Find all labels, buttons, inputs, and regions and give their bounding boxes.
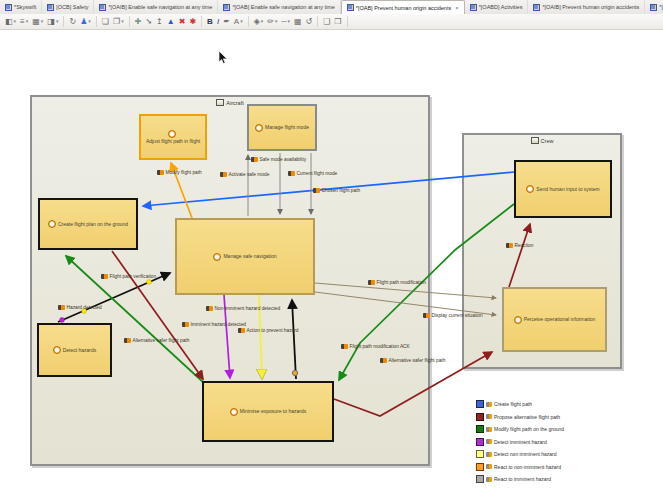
exchange-label-action-to-prevent-hazard[interactable]: Action to prevent hazard bbox=[238, 328, 299, 333]
legend-swatch-orange bbox=[476, 463, 484, 471]
activity-adjust-flight-path-in-flight[interactable]: Adjust flight path in flight bbox=[139, 114, 207, 160]
bold-icon[interactable]: B bbox=[205, 18, 215, 26]
reset-style-icon[interactable]: ↺ bbox=[303, 18, 314, 26]
tab-oebd-operational-entities[interactable]: *[OEBD] Operational Entities bbox=[645, 0, 663, 14]
activity-label: Perceive operational information bbox=[524, 316, 596, 322]
activity-send-human-input-to-system[interactable]: Send human input to system bbox=[514, 160, 612, 218]
exchange-icon bbox=[220, 172, 227, 177]
paste-appearance-icon[interactable]: ❐▾ bbox=[111, 18, 126, 26]
font-color-icon[interactable]: A▾ bbox=[232, 18, 245, 26]
delete-from-model-icon[interactable]: ✱ bbox=[187, 18, 198, 26]
exchange-icon bbox=[313, 188, 320, 193]
exchange-label-safe-mode-availability[interactable]: Safe mode availability bbox=[251, 157, 306, 162]
tab-ocb-safety[interactable]: [OCB] Safety bbox=[42, 0, 94, 14]
legend-item: Modify flight path on the ground bbox=[476, 423, 564, 436]
tab-oab-prevent-human-origin-accidents[interactable]: *[OAB] Prevent human origin accidents× bbox=[341, 0, 465, 14]
activity-manage-flight-mode[interactable]: Manage flight mode bbox=[247, 104, 317, 151]
tab-label: *[OEBD] Operational Entities bbox=[659, 4, 663, 10]
operational-process-icon bbox=[486, 402, 492, 407]
exchange-label-non-imminent-hazard-detected[interactable]: Non-imminent hazard detected bbox=[206, 306, 280, 311]
exchange-label-flight-path-modification-ack[interactable]: Flight path modification ACK bbox=[341, 344, 410, 349]
exchange-text: Non-imminent hazard detected bbox=[215, 306, 281, 311]
editor-tab-bar: *Skyswift [OCB] Safety *[OAIB] Enable sa… bbox=[0, 0, 663, 15]
diagram-icon bbox=[650, 4, 657, 11]
tab-oaib-prevent-human-origin-accidents[interactable]: *[OAIB] Prevent human origin accidents bbox=[528, 0, 645, 14]
selection-tool-icon[interactable]: ➘ bbox=[143, 18, 154, 26]
activity-label: Manage flight mode bbox=[265, 124, 309, 130]
legend-label: Detect imminent hazard bbox=[494, 439, 547, 445]
filters-menu-icon[interactable]: ◧▾ bbox=[3, 18, 18, 26]
exchange-label-reaction[interactable]: Reaction bbox=[506, 243, 533, 248]
exchange-text: Chosen flight path bbox=[322, 188, 361, 193]
legend-label: Detect non imminent hazard bbox=[494, 451, 557, 457]
operational-activity-icon bbox=[213, 253, 221, 261]
exchange-text: Current flight mode bbox=[297, 171, 338, 176]
tab-oab-enable-safe-navigation[interactable]: *[OAB] Enable safe navigation at any tim… bbox=[218, 0, 340, 14]
arrange-layout-icon[interactable]: ❒ bbox=[332, 18, 343, 26]
outline-menu-icon[interactable]: ◨▾ bbox=[45, 18, 60, 26]
exchange-label-display-current-situation[interactable]: Display current situation bbox=[423, 313, 483, 318]
diagram-icon bbox=[223, 4, 230, 11]
legend-item: Propose alternative flight path bbox=[476, 411, 564, 424]
select-mode-icon[interactable]: ❑ bbox=[321, 18, 332, 26]
exchange-icon bbox=[206, 306, 213, 311]
tab-oabd-activities[interactable]: *[OABD] Activities bbox=[465, 0, 529, 14]
exchange-text: Flight path verification bbox=[110, 274, 157, 279]
palette-menu-icon[interactable]: ▦▾ bbox=[30, 18, 45, 26]
exchange-label-modify-flight-path[interactable]: Modify flight path bbox=[157, 170, 202, 175]
tab-label: *[OAB] Enable safe navigation at any tim… bbox=[232, 4, 334, 10]
activity-perceive-operational-information[interactable]: Perceive operational information bbox=[502, 287, 607, 352]
line-color-icon[interactable]: ✏▾ bbox=[265, 18, 279, 26]
toolbar: ◧▾≡▾▦▾◨▾↻♟▾❏❐▾✚➘↥▲✖✱BI✒A▾◈▾✏▾┄▾▦↺❑❒ bbox=[0, 14, 663, 30]
exchange-icon bbox=[341, 344, 348, 349]
activity-minimise-exposure-to-hazards[interactable]: Minimise exposure to hazards bbox=[202, 381, 334, 442]
user-profile-icon[interactable]: ♟▾ bbox=[78, 18, 93, 26]
legend-swatch-darkred bbox=[476, 413, 484, 421]
tab-skyswift[interactable]: *Skyswift bbox=[0, 0, 42, 14]
navigate-diagram-icon[interactable]: ▲ bbox=[165, 18, 177, 26]
activity-detect-hazards[interactable]: Detect hazards bbox=[37, 323, 112, 377]
line-style-icon[interactable]: ┄▾ bbox=[280, 18, 292, 26]
close-icon[interactable]: × bbox=[455, 5, 459, 11]
tab-label: *[OAIB] Prevent human origin accidents bbox=[542, 4, 639, 10]
tab-label: *[OAIB] Enable safe navigation at any ti… bbox=[108, 4, 212, 10]
exchange-label-flight-path-modification[interactable]: Flight path modification bbox=[368, 280, 426, 285]
container-title: Crew bbox=[464, 137, 620, 144]
exchange-label-alternative-safer-flight-path-right[interactable]: Alternative safer flight path bbox=[380, 358, 445, 363]
tab-oaib-enable-safe-navigation[interactable]: *[OAIB] Enable safe navigation at any ti… bbox=[94, 0, 218, 14]
diagram-icon bbox=[347, 4, 354, 11]
bring-forward-icon[interactable]: ↥ bbox=[154, 18, 165, 26]
exchange-text: Modify flight path bbox=[166, 170, 202, 175]
insert-element-icon[interactable]: ✚ bbox=[133, 18, 144, 26]
exchange-label-current-flight-mode[interactable]: Current flight mode bbox=[288, 171, 337, 176]
exchange-label-alternative-safer-flight-path[interactable]: Alternative safer flight path bbox=[124, 338, 189, 343]
layers-menu-icon[interactable]: ≡▾ bbox=[18, 18, 30, 26]
exchange-text: Action to prevent hazard bbox=[247, 328, 299, 333]
container-title-text: Aircraft bbox=[226, 100, 243, 106]
delete-from-diagram-icon[interactable]: ✖ bbox=[177, 18, 188, 26]
legend-item: React to non-imminent hazard bbox=[476, 461, 564, 474]
fill-color-icon[interactable]: ◈▾ bbox=[252, 18, 266, 26]
exchange-text: Activate safe mode bbox=[229, 172, 270, 177]
operational-entity-icon bbox=[216, 99, 224, 106]
activity-label: Detect hazards bbox=[63, 347, 97, 353]
legend-item: Detect non imminent hazard bbox=[476, 448, 564, 461]
legend-label: React to imminent hazard bbox=[494, 476, 551, 482]
exchange-icon bbox=[288, 171, 295, 176]
activity-label: Adjust flight path in flight bbox=[146, 138, 200, 144]
exchange-label-activate-safe-mode[interactable]: Activate safe mode bbox=[220, 172, 269, 177]
image-style-icon[interactable]: ▦ bbox=[292, 18, 304, 26]
font-style-icon[interactable]: ✒ bbox=[221, 18, 232, 26]
exchange-text: Safe mode availability bbox=[260, 157, 307, 162]
legend-swatch-purple bbox=[476, 438, 484, 446]
exchange-label-hazard-detected[interactable]: Hazard detected bbox=[58, 305, 102, 310]
refresh-diagram-icon[interactable]: ↻ bbox=[67, 18, 78, 26]
operational-activity-icon bbox=[53, 346, 61, 354]
exchange-label-chosen-flight-path[interactable]: Chosen flight path bbox=[313, 188, 360, 193]
exchange-label-imminent-hazard-detected[interactable]: Imminent hazard detected bbox=[182, 322, 246, 327]
activity-create-flight-plan-on-the-ground[interactable]: Create flight plan on the ground bbox=[38, 198, 138, 250]
exchange-label-flight-path-verification[interactable]: Flight path verification bbox=[101, 274, 156, 279]
activity-manage-safe-navigation[interactable]: Manage safe navigation bbox=[175, 218, 315, 295]
copy-appearance-icon[interactable]: ❏ bbox=[100, 18, 111, 26]
operational-activity-icon bbox=[255, 124, 263, 132]
